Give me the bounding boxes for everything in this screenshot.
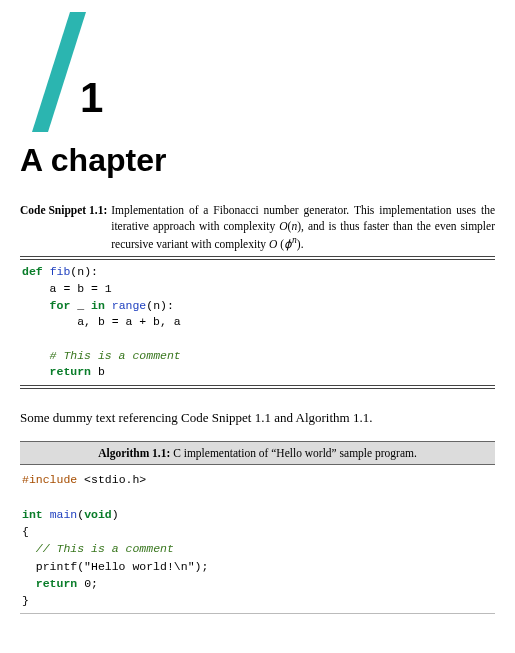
snippet-caption-text: Implementation of a Fibonacci number gen… <box>111 203 495 252</box>
svg-marker-0 <box>32 12 86 132</box>
snippet-label: Code Snippet 1.1: <box>20 203 111 252</box>
snippet-caption: Code Snippet 1.1: Implementation of a Fi… <box>20 203 495 252</box>
algorithm-label: Algorithm 1.1: <box>98 447 170 459</box>
slash-decoration <box>32 12 122 132</box>
algorithm-box: #include <stdio.h> int main(void) { // T… <box>20 465 495 614</box>
python-code: def fib(n): a = b = 1 for _ in range(n):… <box>20 260 495 385</box>
code-snippet-box: def fib(n): a = b = 1 for _ in range(n):… <box>20 256 495 389</box>
algorithm-header: Algorithm 1.1: C implementation of “Hell… <box>20 441 495 465</box>
algorithm-caption: C implementation of “Hello world” sample… <box>170 447 417 459</box>
chapter-header: 1 <box>20 18 495 138</box>
c-code: #include <stdio.h> int main(void) { // T… <box>20 465 495 613</box>
chapter-number: 1 <box>80 74 103 122</box>
chapter-title: A chapter <box>20 142 495 179</box>
body-paragraph: Some dummy text referencing Code Snippet… <box>20 409 495 427</box>
